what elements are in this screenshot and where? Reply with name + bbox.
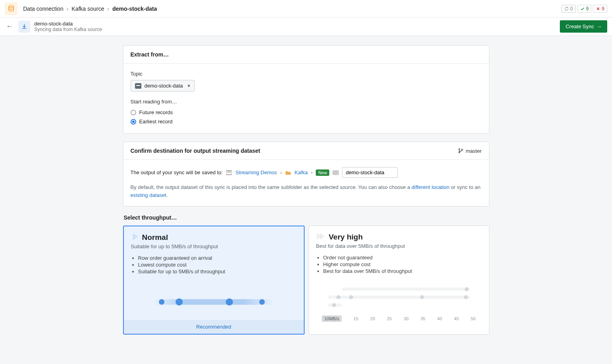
- svg-point-1: [459, 148, 460, 150]
- save-to-label: The output of your sync will be saved to…: [131, 169, 223, 175]
- fast-forward-icon: [316, 232, 326, 241]
- svg-rect-5: [227, 171, 231, 172]
- normal-visualization: [131, 284, 297, 320]
- svg-rect-4: [226, 170, 232, 175]
- throughput-scale: 10MB/s 15 20 25 30 35 40 45 50: [316, 315, 482, 327]
- status-indicators: 0 9 9: [561, 5, 607, 13]
- app-logo: [5, 2, 18, 15]
- database-icon: [8, 5, 15, 12]
- create-sync-button[interactable]: Create Sync →: [560, 20, 607, 33]
- extract-header: Extract from…: [131, 51, 169, 58]
- recommended-label: Recommended: [124, 320, 304, 334]
- play-icon: [131, 233, 139, 242]
- chevron-right-icon: ›: [66, 6, 68, 12]
- extract-card: Extract from… Topic demo-stock-data ▾ St…: [123, 45, 489, 134]
- svg-point-2: [459, 152, 460, 153]
- radio-icon: [131, 110, 136, 115]
- breadcrumb-l1[interactable]: Data connection: [23, 6, 63, 12]
- svg-point-3: [461, 149, 463, 150]
- destination-card: Confirm destination for output streaming…: [123, 142, 489, 206]
- sub-bar: ← demo-stock-data Syncing data from Kafk…: [0, 18, 612, 36]
- folder-icon: [285, 170, 291, 175]
- new-tag: New: [316, 169, 329, 176]
- page-body: Extract from… Topic demo-stock-data ▾ St…: [0, 36, 612, 364]
- different-location-link[interactable]: different location: [412, 184, 450, 190]
- stream-icon: [135, 83, 141, 89]
- refresh-icon: [564, 6, 569, 11]
- chevron-right-icon: ›: [311, 169, 313, 175]
- svg-point-0: [9, 6, 14, 8]
- chevron-right-icon: ›: [108, 6, 109, 12]
- back-button[interactable]: ←: [5, 22, 14, 31]
- throughput-card-very-high[interactable]: Very high Best for data over 5MB/s of th…: [309, 226, 489, 335]
- path-link-2[interactable]: Kafka: [295, 169, 308, 175]
- throughput-high-features: Order not guaranteed Higher compute cost…: [323, 254, 482, 275]
- throughput-normal-features: Row order guaranteed on arrival Lowest c…: [138, 254, 297, 275]
- radio-future-records[interactable]: Future records: [131, 108, 482, 117]
- high-visualization: [316, 280, 482, 311]
- top-bar: Data connection › Kafka source › demo-st…: [0, 0, 612, 18]
- throughput-section-label: Select throughput…: [124, 214, 489, 221]
- throughput-high-subtitle: Best for data over 5MB/s of throughput: [316, 243, 482, 249]
- sub-titles: demo-stock-data Syncing data from Kafka …: [34, 21, 102, 32]
- existing-dataset-link[interactable]: existing dataset: [131, 192, 166, 198]
- breadcrumb: Data connection › Kafka source › demo-st…: [23, 6, 157, 12]
- caret-down-icon: ▾: [188, 83, 190, 89]
- breadcrumb-current: demo-stock-data: [112, 6, 157, 12]
- throughput-card-normal[interactable]: Normal Suitable for up to 5MB/s of throu…: [123, 226, 305, 335]
- throughput-normal-subtitle: Suitable for up to 5MB/s of throughput: [131, 243, 297, 249]
- throughput-options: Normal Suitable for up to 5MB/s of throu…: [123, 226, 489, 335]
- destination-help-text: By default, the output dataset of this s…: [131, 183, 482, 199]
- arrow-right-icon: →: [596, 23, 602, 29]
- project-icon: [226, 170, 232, 175]
- status-success-count[interactable]: 9: [577, 5, 592, 13]
- branch-icon: [458, 148, 463, 154]
- destination-header: Confirm destination for output streaming…: [131, 148, 260, 154]
- start-reading-label: Start reading from…: [131, 99, 482, 105]
- dataset-name-input[interactable]: [342, 167, 398, 178]
- branch-indicator[interactable]: master: [458, 148, 482, 154]
- page-title: demo-stock-data: [34, 21, 102, 27]
- status-error-count[interactable]: 9: [593, 5, 607, 13]
- download-icon: [21, 23, 27, 30]
- path-link-1[interactable]: Streaming Demos: [235, 169, 277, 175]
- check-icon: [580, 6, 585, 11]
- status-sync-count[interactable]: 0: [561, 5, 576, 13]
- breadcrumb-l2[interactable]: Kafka source: [72, 6, 104, 12]
- throughput-normal-title: Normal: [142, 233, 168, 242]
- throughput-high-title: Very high: [329, 233, 363, 241]
- chevron-right-icon: ›: [280, 169, 282, 175]
- page-subtitle: Syncing data from Kafka source: [34, 27, 102, 32]
- sync-icon-box: [18, 21, 30, 33]
- topic-dropdown[interactable]: demo-stock-data ▾: [131, 80, 195, 91]
- topic-label: Topic: [131, 71, 482, 77]
- radio-earliest-record[interactable]: Earliest record: [131, 117, 482, 126]
- dataset-icon: [332, 170, 339, 175]
- radio-icon: [131, 119, 136, 125]
- x-icon: [596, 6, 600, 11]
